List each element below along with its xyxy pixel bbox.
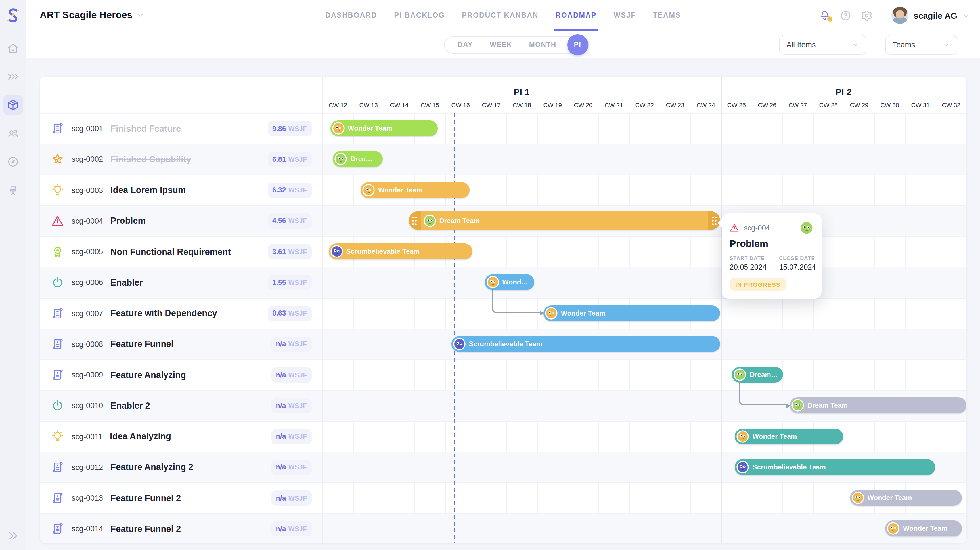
backlog-row-scg-0001[interactable]: scg-0001Finished Feature9.86WSJF (40, 113, 322, 144)
cw-label: CW 32 (936, 97, 966, 113)
backlog-row-scg-0014[interactable]: scg-0014Feature Funnel 2n/aWSJF (40, 513, 322, 544)
backlog-row-scg-0002[interactable]: scg-0002Finished Capability6.81WSJF (40, 144, 322, 175)
item-name: Feature Analyzing (110, 370, 186, 380)
gantt-bar-scg-0002[interactable]: Dream T... (333, 151, 383, 167)
cw-label: CW 29 (844, 97, 874, 113)
sidebar-item-teams[interactable] (0, 119, 26, 148)
item-filter-select[interactable]: All Items (779, 35, 867, 54)
scagile-logo-icon[interactable] (4, 6, 22, 24)
list-header (40, 76, 322, 113)
item-name: Feature Analyzing 2 (110, 462, 193, 472)
cw-label: CW 28 (813, 97, 844, 113)
item-id: scg-0013 (72, 494, 103, 502)
wsjf-badge: n/aWSJF (271, 521, 312, 537)
gantt-bar-scg-0012[interactable]: Scrumbelievable Team (735, 459, 935, 475)
wsjf-badge: 4.56WSJF (268, 213, 312, 229)
backlog-row-scg-0007[interactable]: scg-0007Feature with Dependency0.63WSJF (40, 298, 322, 329)
backlog-row-scg-0008[interactable]: scg-0008Feature Funneln/aWSJF (40, 329, 322, 359)
today-line (453, 113, 455, 543)
nav-tab-dashboard[interactable]: DASHBOARD (325, 0, 377, 31)
sidebar-item-flows[interactable] (0, 62, 26, 91)
team-avatar (792, 399, 804, 412)
help-icon[interactable] (840, 10, 852, 21)
status-badge: IN PROGRESS (730, 278, 786, 291)
nav-tab-wsjf[interactable]: WSJF (614, 0, 636, 31)
item-id: scg-0011 (72, 432, 102, 441)
cw-label: CW 25 (721, 97, 752, 113)
nav-tab-teams[interactable]: TEAMS (653, 0, 681, 31)
view-option-day[interactable]: DAY (449, 41, 481, 49)
bar-team-label: Scrumbelievable Team (346, 248, 424, 256)
backlog-row-scg-0009[interactable]: scg-0009Feature Analyzingn/aWSJF (40, 359, 322, 390)
backlog-row-scg-0004[interactable]: scg-0004Problem4.56WSJF (40, 205, 322, 237)
bar-team-label: Dream T... (750, 370, 783, 378)
group-filter-select[interactable]: Teams (885, 35, 957, 54)
team-avatar (887, 523, 900, 535)
team-avatar (734, 368, 746, 381)
sidebar (0, 0, 26, 550)
backlog-row-scg-0005[interactable]: scg-0005Non Functional Requirement3.61WS… (40, 236, 322, 267)
bar-team-label: Wonder Team (378, 186, 427, 194)
tooltip-close-date: CLOSE DATE 15.07.2024 (779, 256, 816, 271)
gantt-bar-scg-0007[interactable]: Wonder Team (543, 305, 720, 321)
sidebar-item-explore[interactable] (0, 148, 26, 176)
backlog-row-scg-0010[interactable]: scg-0010Enabler 2n/aWSJF (40, 390, 322, 421)
bell-icon[interactable] (819, 10, 830, 21)
cw-label: CW 26 (752, 97, 783, 113)
item-name: Feature Funnel 2 (110, 524, 181, 534)
item-id: scg-0003 (72, 186, 103, 194)
sidebar-item-workspace[interactable] (0, 176, 26, 204)
gantt-bar-scg-0003[interactable]: Wonder Team (361, 182, 469, 198)
pi-group-label: PI 2 (721, 76, 966, 97)
backlog-row-scg-0013[interactable]: scg-0013Feature Funnel 2n/aWSJF (40, 482, 322, 513)
view-option-month[interactable]: MONTH (521, 41, 565, 49)
gantt-bar-scg-0006[interactable]: Wonder... (485, 275, 534, 290)
nav-tab-roadmap[interactable]: ROADMAP (555, 0, 597, 31)
gantt-bar-scg-0004[interactable]: Dream Team (409, 211, 720, 230)
item-id: scg-0001 (72, 124, 103, 133)
org-switcher[interactable]: ART Scagile Heroes (40, 10, 145, 21)
wsjf-badge: n/aWSJF (271, 460, 312, 475)
sidebar-item-home[interactable] (0, 34, 26, 62)
cw-label: CW 15 (415, 97, 445, 113)
backlog-row-scg-0011[interactable]: scg-0011Idea Analyzingn/aWSJF (40, 421, 322, 452)
cw-label: CW 30 (874, 97, 905, 113)
item-name: Idea Analyzing (110, 431, 171, 442)
view-option-pi[interactable]: PI (567, 34, 588, 55)
chevron-down-icon (942, 41, 950, 48)
gantt-bar-scg-0013[interactable]: Wonder Team (850, 490, 962, 506)
nav-tab-pi-backlog[interactable]: PI BACKLOG (394, 0, 445, 31)
backlog-row-scg-0006[interactable]: scg-0006Enabler1.55WSJF (40, 267, 322, 298)
item-id: scg-0010 (72, 402, 103, 410)
divider (882, 7, 882, 23)
gantt-bar-scg-0005[interactable]: Scrumbelievable Team (329, 243, 472, 259)
view-option-week[interactable]: WEEK (481, 41, 520, 49)
wsjf-badge: n/aWSJF (271, 398, 312, 413)
cw-label: CW 31 (905, 97, 936, 113)
team-avatar (332, 122, 344, 135)
user-menu[interactable]: scagile AG (891, 7, 970, 24)
item-id: scg-0004 (72, 217, 103, 225)
gantt-bar-scg-0011[interactable]: Wonder Team (735, 428, 843, 444)
backlog-row-scg-0003[interactable]: scg-0003Idea Lorem Ipsum6.32WSJF (40, 175, 322, 205)
item-id: scg-0002 (72, 155, 103, 164)
gantt-bar-scg-0014[interactable]: Wonder Team (886, 521, 962, 537)
drag-handle-right[interactable] (708, 211, 720, 230)
bar-tooltip: scg-004 Problem START DATE 20.05.2024 CL… (722, 213, 822, 299)
gantt-bar-scg-0010[interactable]: Dream Team (790, 397, 966, 413)
sidebar-item-backlog-package[interactable] (0, 91, 26, 119)
gantt-bar-scg-0008[interactable]: Scrumbelievable Team (452, 336, 720, 352)
team-avatar (737, 430, 749, 442)
gantt-bar-scg-0009[interactable]: Dream T... (732, 367, 783, 383)
drag-handle-left[interactable] (409, 211, 420, 230)
team-avatar (335, 153, 347, 165)
bar-team-label: Wonder Team (561, 309, 610, 317)
idea-icon (51, 430, 64, 443)
gantt-bar-scg-0001[interactable]: Wonder Team (330, 120, 438, 136)
nav-tab-product-kanban[interactable]: PRODUCT KANBAN (462, 0, 539, 31)
sidebar-expand-button[interactable] (7, 529, 19, 542)
feature-icon (51, 491, 64, 505)
dependency-arrow (492, 290, 540, 313)
backlog-row-scg-0012[interactable]: scg-0012Feature Analyzing 2n/aWSJF (40, 452, 322, 483)
gear-icon[interactable] (861, 10, 873, 21)
